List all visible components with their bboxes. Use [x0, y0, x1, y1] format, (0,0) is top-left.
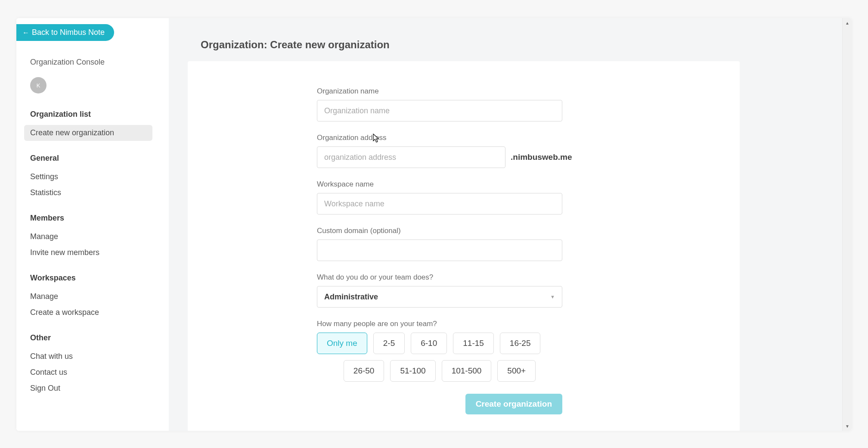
sidebar-item-signout[interactable]: Sign Out [24, 380, 152, 396]
team-size-chips-row2: 26-50 51-100 101-500 500+ [317, 360, 562, 382]
back-to-note-button[interactable]: ← Back to Nimbus Note [16, 24, 114, 41]
team-size-label: How many people are on your team? [317, 320, 562, 328]
team-size-option-101-500[interactable]: 101-500 [442, 360, 492, 382]
custom-domain-label: Custom domain (optional) [317, 227, 562, 235]
team-size-option-11-15[interactable]: 11-15 [453, 333, 494, 354]
nav-group-members: Members Manage Invite new members [30, 212, 161, 261]
sidebar-item-invite[interactable]: Invite new members [24, 245, 152, 261]
sidebar-item-workspaces-manage[interactable]: Manage [24, 289, 152, 305]
sidebar-item-chat[interactable]: Chat with us [24, 348, 152, 364]
create-organization-button[interactable]: Create organization [465, 394, 562, 414]
team-size-option-16-25[interactable]: 16-25 [500, 333, 541, 354]
nav-group-general: General Settings Statistics [30, 152, 161, 201]
main-scrollbar[interactable]: ▲ ▼ [842, 18, 852, 431]
create-org-form: Organization name Organization address .… [317, 87, 562, 414]
domain-suffix: .nimbusweb.me [511, 152, 572, 162]
org-name-label: Organization name [317, 87, 562, 96]
org-addr-input[interactable] [317, 146, 505, 168]
team-does-label: What do you do or your team does? [317, 273, 562, 282]
team-size-chips-row1: Only me 2-5 6-10 11-15 16-25 [317, 333, 562, 354]
sidebar-body: Organization Console K Organization list… [30, 58, 161, 408]
org-name-input[interactable] [317, 100, 562, 121]
chevron-down-icon: ▼ [550, 294, 555, 299]
avatar-initial: K [37, 82, 40, 89]
team-size-option-only-me[interactable]: Only me [317, 333, 367, 354]
team-size-option-6-10[interactable]: 6-10 [411, 333, 447, 354]
workspace-name-input[interactable] [317, 193, 562, 215]
nav-group-other: Other Chat with us Contact us Sign Out [30, 332, 161, 396]
submit-row: Create organization [317, 394, 562, 414]
field-custom-domain: Custom domain (optional) [317, 227, 562, 261]
field-workspace-name: Workspace name [317, 180, 562, 215]
sidebar-item-contact[interactable]: Contact us [24, 364, 152, 380]
custom-domain-input[interactable] [317, 240, 562, 261]
app-frame: ← Back to Nimbus Note Organization Conso… [16, 18, 852, 431]
main-content: Organization: Create new organization Or… [169, 18, 852, 431]
team-does-value: Administrative [324, 292, 378, 302]
field-org-address: Organization address .nimbusweb.me [317, 134, 562, 168]
console-title: Organization Console [30, 58, 161, 67]
team-does-select[interactable]: Administrative ▼ [317, 286, 562, 308]
nav-group-organization-list: Organization list Create new organizatio… [30, 108, 161, 141]
sidebar-item-settings[interactable]: Settings [24, 169, 152, 185]
team-size-option-2-5[interactable]: 2-5 [373, 333, 405, 354]
field-team-size: How many people are on your team? Only m… [317, 320, 562, 382]
scroll-down-icon[interactable]: ▼ [843, 421, 852, 431]
nav-heading: Members [30, 212, 161, 224]
nav-group-workspaces: Workspaces Manage Create a workspace [30, 272, 161, 320]
team-size-option-500plus[interactable]: 500+ [497, 360, 536, 382]
arrow-left-icon: ← [22, 29, 29, 37]
avatar[interactable]: K [30, 77, 46, 93]
back-button-label: Back to Nimbus Note [32, 28, 105, 37]
nav-heading: General [30, 152, 161, 165]
team-size-option-26-50[interactable]: 26-50 [344, 360, 384, 382]
scroll-up-icon[interactable]: ▲ [843, 18, 852, 28]
nav-heading: Organization list [30, 108, 161, 121]
nav-heading: Workspaces [30, 272, 161, 284]
field-team-does: What do you do or your team does? Admini… [317, 273, 562, 308]
sidebar-item-create-workspace[interactable]: Create a workspace [24, 305, 152, 320]
field-org-name: Organization name [317, 87, 562, 121]
form-card: Organization name Organization address .… [188, 61, 740, 431]
sidebar-item-create-org[interactable]: Create new organization [24, 125, 152, 141]
org-addr-label: Organization address [317, 134, 562, 142]
team-size-option-51-100[interactable]: 51-100 [390, 360, 435, 382]
sidebar-item-statistics[interactable]: Statistics [24, 185, 152, 201]
sidebar: ← Back to Nimbus Note Organization Conso… [16, 18, 169, 431]
page-title: Organization: Create new organization [201, 39, 852, 51]
workspace-label: Workspace name [317, 180, 562, 189]
sidebar-item-members-manage[interactable]: Manage [24, 229, 152, 245]
nav-heading: Other [30, 332, 161, 344]
